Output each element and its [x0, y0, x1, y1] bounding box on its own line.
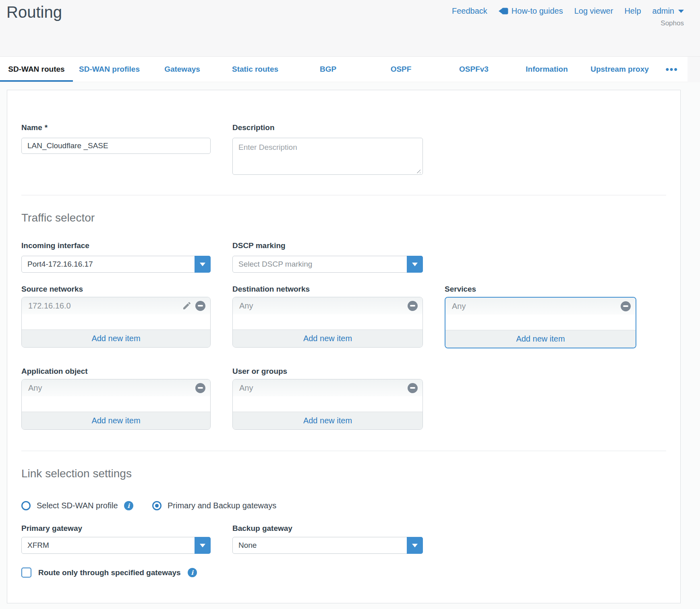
route-only-checkbox[interactable] — [21, 568, 31, 578]
help-link[interactable]: Help — [624, 6, 641, 16]
feedback-link[interactable]: Feedback — [452, 6, 487, 16]
listbox-spacer — [233, 314, 422, 329]
list-item: Any — [445, 298, 636, 315]
traffic-selector-heading: Traffic selector — [21, 211, 666, 224]
tab-sdwan-profiles[interactable]: SD-WAN profiles — [73, 57, 146, 82]
admin-label: admin — [652, 6, 674, 16]
dropdown-arrow-icon[interactable] — [195, 537, 211, 554]
dscp-marking-placeholder: Select DSCP marking — [238, 260, 312, 269]
radio-primary-backup[interactable] — [152, 501, 162, 510]
user-groups-listbox: Any Add new item — [232, 379, 423, 430]
incoming-interface-select[interactable]: Port4-172.16.16.17 — [21, 256, 211, 273]
remove-item-icon[interactable] — [408, 383, 418, 393]
services-group: Services Any Add new item — [445, 285, 636, 348]
list-item-value: Any — [239, 383, 253, 393]
name-label: Name* — [21, 123, 211, 132]
name-input[interactable] — [21, 138, 211, 154]
page-header: Routing Feedback How-to guides Log viewe… — [0, 0, 700, 56]
howto-guides-label: How-to guides — [512, 6, 563, 16]
tab-upstream-proxy[interactable]: Upstream proxy — [583, 57, 656, 82]
more-tabs-icon[interactable]: ••• — [656, 57, 688, 82]
radio-primary-backup-label: Primary and Backup gateways — [168, 501, 276, 510]
tab-static-routes[interactable]: Static routes — [219, 57, 292, 82]
list-item: 172.16.16.0 — [22, 297, 210, 314]
link-selection-radios: Select SD-WAN profile i Primary and Back… — [21, 501, 666, 510]
add-new-item-button[interactable]: Add new item — [445, 330, 636, 348]
edit-pencil-icon[interactable] — [182, 301, 192, 311]
primary-gateway-select[interactable]: XFRM — [21, 537, 211, 554]
required-marker: * — [45, 123, 48, 132]
dscp-marking-label: DSCP marking — [232, 241, 423, 250]
description-input[interactable] — [232, 138, 423, 175]
destination-networks-group: Destination networks Any Add new item — [232, 285, 423, 348]
remove-item-icon[interactable] — [408, 301, 418, 311]
incoming-interface-label: Incoming interface — [21, 241, 211, 250]
source-networks-group: Source networks 172.16.16.0 Add new item — [21, 285, 211, 348]
listbox-spacer — [22, 314, 210, 329]
log-viewer-link[interactable]: Log viewer — [574, 6, 613, 16]
chevron-down-icon — [678, 10, 684, 13]
route-only-label: Route only through specified gateways — [38, 568, 181, 577]
user-groups-label: User or groups — [232, 367, 423, 376]
remove-item-icon[interactable] — [195, 301, 205, 311]
content-panel: Name* Description Traffic selector Incom… — [7, 90, 681, 603]
info-icon[interactable]: i — [124, 501, 133, 510]
remove-item-icon[interactable] — [621, 301, 631, 311]
brand-label: Sophos — [661, 19, 684, 27]
services-listbox: Any Add new item — [445, 297, 636, 348]
video-camera-icon — [499, 8, 508, 14]
destination-networks-label: Destination networks — [232, 285, 423, 294]
description-field-group: Description — [232, 123, 423, 176]
remove-item-icon[interactable] — [195, 383, 205, 393]
tab-bgp[interactable]: BGP — [292, 57, 364, 82]
add-new-item-button[interactable]: Add new item — [233, 412, 422, 429]
incoming-interface-value: Port4-172.16.16.17 — [27, 260, 93, 269]
backup-gateway-value: None — [238, 541, 257, 550]
application-object-listbox: Any Add new item — [21, 379, 211, 430]
primary-gateway-label: Primary gateway — [21, 524, 211, 533]
backup-gateway-select[interactable]: None — [232, 537, 423, 554]
howto-guides-link[interactable]: How-to guides — [499, 6, 563, 16]
application-object-label: Application object — [21, 367, 211, 376]
tab-information[interactable]: Information — [510, 57, 583, 82]
page-title: Routing — [6, 3, 62, 21]
source-networks-label: Source networks — [21, 285, 211, 294]
top-nav: Feedback How-to guides Log viewer Help a… — [452, 6, 684, 16]
info-icon[interactable]: i — [188, 568, 197, 577]
listbox-spacer — [445, 315, 636, 330]
radio-primary-backup-group: Primary and Backup gateways — [152, 501, 276, 510]
application-object-group: Application object Any Add new item — [21, 367, 211, 430]
user-groups-group: User or groups Any Add new item — [232, 367, 423, 430]
backup-gateway-group: Backup gateway None — [232, 524, 423, 554]
incoming-interface-group: Incoming interface Port4-172.16.16.17 — [21, 241, 211, 273]
list-item: Any — [233, 297, 422, 314]
tab-ospfv3[interactable]: OSPFv3 — [437, 57, 510, 82]
dropdown-arrow-icon[interactable] — [407, 537, 423, 554]
link-selection-heading: Link selection settings — [21, 467, 666, 480]
services-label: Services — [445, 285, 636, 294]
add-new-item-button[interactable]: Add new item — [233, 329, 422, 347]
primary-gateway-group: Primary gateway XFRM — [21, 524, 211, 554]
dscp-marking-group: DSCP marking Select DSCP marking — [232, 241, 423, 273]
radio-sdwan-profile-group: Select SD-WAN profile i — [21, 501, 152, 510]
backup-gateway-label: Backup gateway — [232, 524, 423, 533]
radio-sdwan-profile[interactable] — [21, 501, 31, 510]
list-item-value: Any — [452, 302, 466, 311]
list-item: Any — [233, 379, 422, 396]
dropdown-arrow-icon[interactable] — [195, 256, 211, 273]
listbox-spacer — [22, 396, 210, 412]
tab-gateways[interactable]: Gateways — [146, 57, 219, 82]
add-new-item-button[interactable]: Add new item — [22, 412, 210, 429]
admin-menu[interactable]: admin — [652, 6, 684, 16]
dscp-marking-select[interactable]: Select DSCP marking — [232, 256, 423, 273]
tab-strip: SD-WAN routes SD-WAN profiles Gateways S… — [0, 56, 700, 82]
add-new-item-button[interactable]: Add new item — [22, 329, 210, 347]
list-item: Any — [22, 379, 210, 396]
tab-ospf[interactable]: OSPF — [364, 57, 437, 82]
section-divider — [21, 195, 666, 195]
listbox-spacer — [233, 396, 422, 412]
list-item-value: Any — [239, 301, 253, 311]
source-networks-listbox: 172.16.16.0 Add new item — [21, 297, 211, 348]
tab-sdwan-routes[interactable]: SD-WAN routes — [0, 57, 73, 82]
dropdown-arrow-icon[interactable] — [407, 256, 423, 273]
